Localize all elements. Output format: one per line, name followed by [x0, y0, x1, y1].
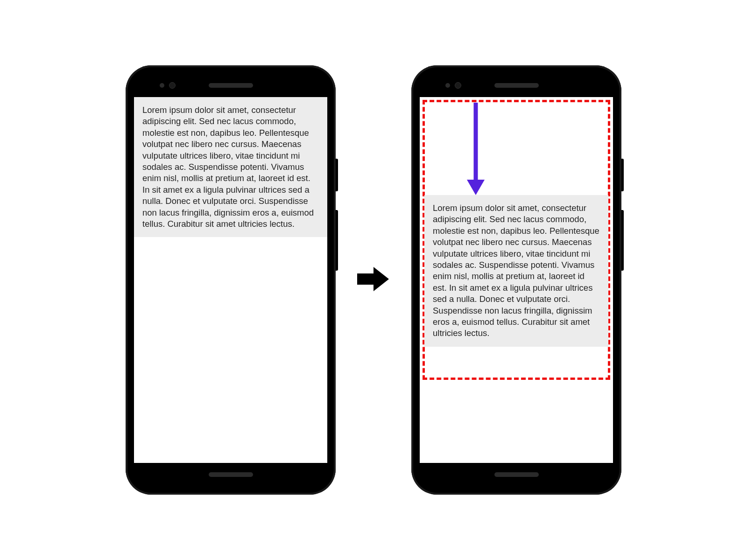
- content-text: Lorem ipsum dolor sit amet, consectetur …: [134, 97, 327, 237]
- camera-icon: [455, 82, 461, 89]
- phone-frame: Lorem ipsum dolor sit amet, consectetur …: [420, 74, 613, 486]
- svg-marker-0: [357, 267, 389, 291]
- bottom-speaker: [494, 472, 539, 477]
- svg-marker-2: [467, 180, 485, 195]
- earpiece-speaker: [209, 83, 253, 88]
- phone-top-bezel: [134, 74, 327, 97]
- phone-before: Lorem ipsum dolor sit amet, consectetur …: [126, 65, 336, 495]
- transition-arrow-icon: [357, 265, 390, 295]
- screen-before: Lorem ipsum dolor sit amet, consectetur …: [134, 97, 327, 463]
- power-button: [336, 159, 338, 191]
- phone-bottom-bezel: [134, 463, 327, 486]
- volume-button: [621, 210, 624, 271]
- phone-after: Lorem ipsum dolor sit amet, consectetur …: [411, 65, 621, 495]
- scroll-down-arrow-icon: [464, 103, 487, 198]
- power-button: [621, 159, 624, 191]
- content-text: Lorem ipsum dolor sit amet, consectetur …: [424, 195, 608, 347]
- volume-button: [336, 210, 338, 271]
- earpiece-speaker: [494, 83, 539, 88]
- phone-frame: Lorem ipsum dolor sit amet, consectetur …: [134, 74, 327, 486]
- phone-bottom-bezel: [420, 463, 613, 486]
- bottom-speaker: [209, 472, 253, 477]
- screen-after: Lorem ipsum dolor sit amet, consectetur …: [420, 97, 613, 463]
- sensor-icon: [160, 83, 164, 88]
- sensor-icon: [445, 83, 450, 88]
- phone-top-bezel: [420, 74, 613, 97]
- camera-icon: [169, 82, 176, 89]
